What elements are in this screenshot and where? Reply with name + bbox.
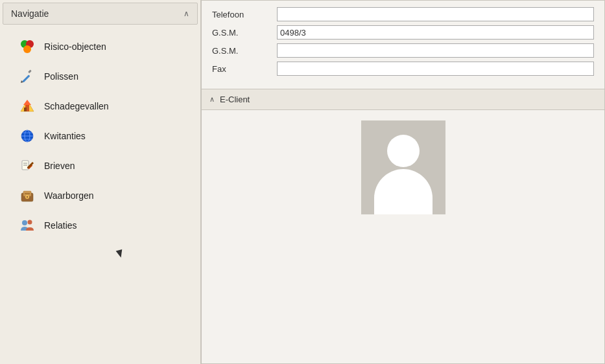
waarborgen-icon <box>19 188 35 203</box>
form-row-fax: Fax <box>212 62 594 76</box>
sidebar-item-waarborgen[interactable]: Waarborgen <box>0 181 200 210</box>
svg-point-28 <box>28 220 32 225</box>
gsm2-label: G.S.M. <box>212 46 270 56</box>
right-panel: Telefoon G.S.M. G.S.M. Fax ∧ E-Client <box>201 0 605 364</box>
sidebar-item-polissen[interactable]: Polissen <box>0 62 200 91</box>
gsm2-input[interactable] <box>277 43 594 58</box>
brieven-icon <box>19 158 35 174</box>
eclient-section: ∧ E-Client <box>201 89 605 364</box>
eclient-body <box>202 110 604 225</box>
svg-point-27 <box>22 220 27 225</box>
navigation-panel: Navigatie ∧ Risico-objecten <box>0 0 201 364</box>
svg-marker-8 <box>23 100 31 105</box>
svg-rect-9 <box>24 108 27 111</box>
mouse-cursor <box>116 249 125 258</box>
telefoon-label: Telefoon <box>212 10 270 19</box>
risico-objecten-icon <box>19 39 35 54</box>
gsm1-label: G.S.M. <box>212 28 270 38</box>
fax-label: Fax <box>212 64 270 74</box>
avatar-silhouette <box>361 120 445 214</box>
gsm1-input[interactable] <box>277 25 594 40</box>
svg-point-2 <box>23 45 31 53</box>
sidebar-item-brieven[interactable]: Brieven <box>0 152 200 180</box>
sidebar-item-risico-objecten-label: Risico-objecten <box>44 41 106 52</box>
telefoon-input[interactable] <box>277 7 594 21</box>
avatar-placeholder <box>361 120 445 214</box>
nav-items-list: Risico-objecten Polissen <box>0 27 200 245</box>
form-row-gsm2: G.S.M. <box>212 43 594 58</box>
schadegevallen-icon <box>19 98 35 114</box>
polissen-icon <box>19 69 35 84</box>
sidebar-item-kwitanties-label: Kwitanties <box>44 131 86 141</box>
eclient-header-title: E-Client <box>220 95 250 104</box>
sidebar-item-polissen-label: Polissen <box>44 71 78 82</box>
sidebar-item-relaties-label: Relaties <box>44 220 77 231</box>
svg-point-25 <box>27 196 29 198</box>
nav-header[interactable]: Navigatie ∧ <box>3 3 198 25</box>
svg-rect-3 <box>22 74 30 82</box>
sidebar-item-schadegevallen-label: Schadegevallen <box>44 101 109 111</box>
fax-input[interactable] <box>277 62 594 76</box>
sidebar-item-relaties[interactable]: Relaties <box>0 211 200 240</box>
form-row-gsm1: G.S.M. <box>212 25 594 40</box>
svg-rect-4 <box>28 69 32 73</box>
sidebar-item-waarborgen-label: Waarborgen <box>44 190 94 201</box>
avatar-body <box>374 169 433 214</box>
contact-form-section: Telefoon G.S.M. G.S.M. Fax <box>201 0 605 89</box>
sidebar-item-risico-objecten[interactable]: Risico-objecten <box>0 32 200 61</box>
sidebar-item-kwitanties[interactable]: Kwitanties <box>0 122 200 150</box>
sidebar-item-brieven-label: Brieven <box>44 161 75 171</box>
avatar-head <box>387 135 420 167</box>
svg-rect-26 <box>25 193 30 194</box>
cursor-area <box>0 245 200 258</box>
relaties-icon <box>19 218 35 233</box>
eclient-header[interactable]: ∧ E-Client <box>202 89 604 110</box>
nav-header-title: Navigatie <box>11 8 49 19</box>
sidebar-item-schadegevallen[interactable]: Schadegevallen <box>0 92 200 120</box>
form-row-telefoon: Telefoon <box>212 7 594 21</box>
nav-collapse-arrow: ∧ <box>184 9 189 18</box>
kwitanties-icon <box>19 128 35 144</box>
eclient-collapse-arrow: ∧ <box>209 95 215 104</box>
